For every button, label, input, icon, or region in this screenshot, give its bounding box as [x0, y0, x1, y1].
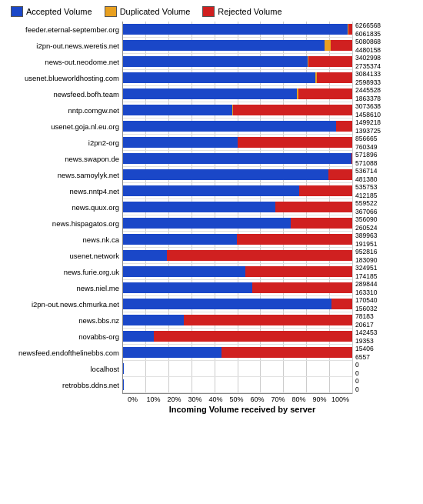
legend-rejected-box — [202, 6, 215, 17]
val1-9: 536714 — [355, 167, 420, 175]
values-col: 6266568606183550808684480158340299827353… — [352, 22, 420, 394]
val-row-16: 289844163310 — [352, 280, 420, 296]
y-label-10: news.nntp4.net — [3, 183, 122, 199]
bar-accepted-15 — [123, 266, 245, 277]
x-label-3: 30% — [185, 396, 205, 403]
bar-accepted-5 — [123, 105, 232, 115]
val2-18: 20617 — [355, 321, 420, 329]
val2-1: 4480158 — [355, 46, 420, 54]
val-row-4: 24455281863378 — [352, 86, 420, 102]
x-label-6: 60% — [247, 396, 268, 403]
bar-accepted-17 — [123, 299, 331, 309]
val2-16: 163310 — [355, 289, 420, 296]
x-label-8: 80% — [288, 396, 309, 403]
y-label-18: news.bbs.nz — [3, 312, 122, 329]
bar-accepted-12 — [123, 218, 291, 229]
val-row-20: 154066557 — [352, 345, 420, 361]
bar-accepted-11 — [123, 202, 275, 212]
bar-row-1 — [123, 38, 352, 54]
val2-2: 2735374 — [355, 62, 420, 70]
y-label-19: novabbs-org — [3, 329, 122, 345]
bar-row-18 — [123, 312, 352, 329]
bar-rejected-7 — [238, 137, 352, 148]
x-label-2: 20% — [164, 396, 185, 403]
val-row-1: 50808684480158 — [352, 38, 420, 54]
val-row-19: 14245319353 — [352, 329, 420, 345]
bar-accepted-3 — [123, 72, 315, 83]
y-label-20: newsfeed.endofthelinebbs.com — [3, 345, 122, 361]
val1-17: 170540 — [355, 296, 420, 304]
x-label-10: 100% — [330, 396, 351, 403]
bar-rejected-12 — [291, 218, 352, 229]
bar-row-12 — [123, 215, 352, 232]
bar-rejected-11 — [275, 202, 352, 212]
val-row-21: 00 — [352, 361, 420, 377]
y-axis-labels: feeder.eternal-september.orgi2pn-out.new… — [3, 22, 122, 394]
bar-accepted-6 — [123, 121, 336, 132]
bar-row-8 — [123, 151, 352, 167]
val2-21: 0 — [355, 369, 420, 377]
bar-rejected-17 — [331, 299, 352, 309]
val1-2: 3402998 — [355, 54, 420, 62]
val-row-0: 62665686061835 — [352, 22, 420, 38]
legend: Accepted Volume Duplicated Volume Reject… — [11, 6, 420, 17]
x-label-9: 90% — [309, 396, 330, 403]
bar-rejected-18 — [184, 315, 352, 325]
val1-0: 6266568 — [355, 22, 420, 29]
val2-17: 156032 — [355, 305, 420, 312]
val-row-6: 14992181393725 — [352, 118, 420, 135]
legend-accepted-box — [11, 6, 23, 17]
bar-row-14 — [123, 248, 352, 264]
val1-3: 3084133 — [355, 70, 420, 78]
bar-rejected-1 — [331, 40, 352, 51]
val2-6: 1393725 — [355, 127, 420, 135]
y-label-15: news.furie.org.uk — [3, 264, 122, 280]
legend-rejected: Rejected Volume — [202, 6, 281, 17]
y-label-16: news.niel.me — [3, 280, 122, 296]
val1-11: 559522 — [355, 199, 420, 207]
bar-accepted-18 — [123, 315, 184, 325]
val1-6: 1499218 — [355, 118, 420, 126]
bar-rejected-0 — [348, 24, 352, 35]
val1-8: 571896 — [355, 151, 420, 159]
val-row-3: 30841332598933 — [352, 70, 420, 86]
bar-row-15 — [123, 264, 352, 280]
val-row-13: 389963191951 — [352, 232, 420, 248]
val2-5: 1458610 — [355, 111, 420, 118]
legend-duplicated-box — [105, 6, 117, 17]
val1-15: 324951 — [355, 264, 420, 272]
val1-12: 356090 — [355, 215, 420, 223]
val-row-11: 559522367066 — [352, 199, 420, 215]
bar-rejected-13 — [237, 234, 352, 245]
val1-21: 0 — [355, 361, 420, 369]
val1-18: 78183 — [355, 312, 420, 320]
val-row-10: 535753412185 — [352, 183, 420, 199]
bar-rejected-16 — [252, 282, 352, 293]
val-row-9: 536714481380 — [352, 167, 420, 183]
chart-container: Accepted Volume Duplicated Volume Reject… — [0, 0, 423, 504]
val-row-17: 170540156032 — [352, 296, 420, 312]
x-label-5: 50% — [226, 396, 247, 403]
val1-20: 15406 — [355, 345, 420, 352]
bar-row-0 — [123, 22, 352, 38]
bar-accepted-14 — [123, 250, 167, 261]
x-label-1: 10% — [143, 396, 164, 403]
bar-accepted-19 — [123, 331, 154, 342]
val-row-2: 34029982735374 — [352, 54, 420, 70]
x-label-7: 70% — [268, 396, 288, 403]
val-row-14: 952816183090 — [352, 248, 420, 264]
val2-14: 183090 — [355, 256, 420, 264]
bar-rejected-3 — [317, 72, 352, 83]
bar-accepted-7 — [123, 137, 238, 148]
val-row-15: 324951174185 — [352, 264, 420, 280]
legend-duplicated-label: Duplicated Volume — [120, 7, 191, 16]
bar-row-6 — [123, 118, 352, 135]
bar-row-5 — [123, 102, 352, 118]
bar-rejected-19 — [154, 331, 352, 342]
y-label-9: news.samoylyk.net — [3, 167, 122, 183]
bar-row-16 — [123, 280, 352, 296]
y-label-0: feeder.eternal-september.org — [3, 22, 122, 38]
val2-9: 481380 — [355, 175, 420, 183]
bar-row-3 — [123, 70, 352, 86]
bar-accepted-2 — [123, 56, 308, 67]
